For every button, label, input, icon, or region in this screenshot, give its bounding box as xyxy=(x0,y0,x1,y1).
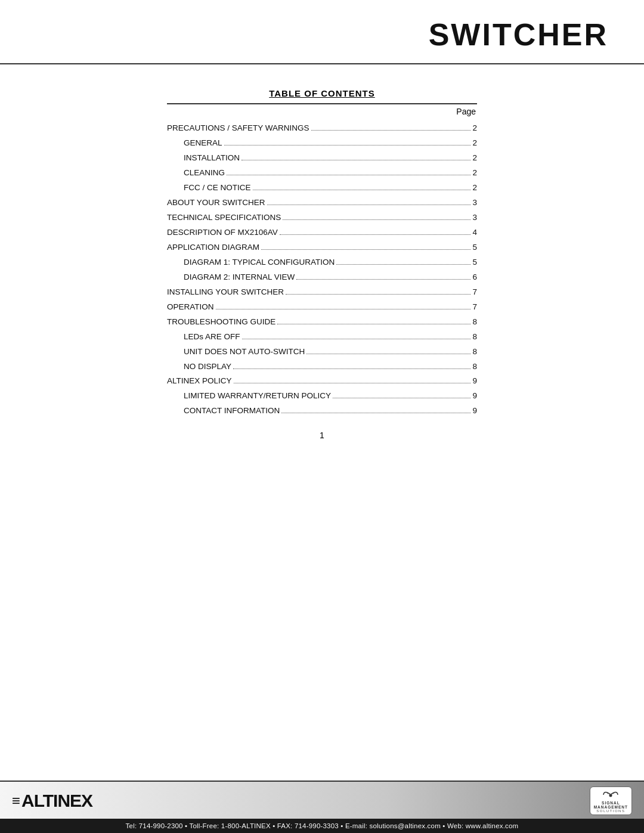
toc-dots xyxy=(306,354,470,354)
toc-item-text: INSTALLATION xyxy=(184,151,240,166)
logo-text: ALTINEX xyxy=(21,791,92,811)
toc-item: FCC / CE NOTICE2 xyxy=(167,181,477,196)
toc-dots xyxy=(296,279,470,280)
toc-item: APPLICATION DIAGRAM5 xyxy=(167,240,477,255)
main-content: TABLE OF CONTENTS Page PRECAUTIONS / SAF… xyxy=(0,64,644,781)
toc-item-text: ALTINEX POLICY xyxy=(167,374,232,389)
toc-page-num: 9 xyxy=(472,374,477,389)
toc-page-num: 5 xyxy=(472,255,477,270)
toc-item-text: APPLICATION DIAGRAM xyxy=(167,240,259,255)
toc-page-num: 2 xyxy=(472,151,477,166)
toc-item: DIAGRAM 1: TYPICAL CONFIGURATION5 xyxy=(167,255,477,270)
toc-items-container: PRECAUTIONS / SAFETY WARNINGS2GENERAL2IN… xyxy=(167,121,477,419)
toc-dots xyxy=(281,413,470,413)
altinex-logo: ≡ ALTINEX xyxy=(12,791,92,811)
toc-dots xyxy=(311,130,471,131)
toc-page-num: 8 xyxy=(472,345,477,360)
toc-page-num: 4 xyxy=(472,225,477,240)
toc-dots xyxy=(234,383,471,383)
footer: ≡ ALTINEX SIGNAL MANAGEMENT SOLUTIONS Te… xyxy=(0,781,644,833)
toc-item: OPERATION7 xyxy=(167,300,477,315)
toc-dots xyxy=(267,205,471,205)
toc-dots xyxy=(233,368,470,369)
toc-item: TROUBLESHOOTING GUIDE8 xyxy=(167,315,477,330)
toc-item-text: UNIT DOES NOT AUTO-SWITCH xyxy=(184,345,305,360)
toc-dots xyxy=(242,339,471,339)
toc-item-text: CLEANING xyxy=(184,166,225,181)
badge-label-solutions: SOLUTIONS xyxy=(596,809,625,813)
toc-item: NO DISPLAY8 xyxy=(167,360,477,374)
signal-management-badge: SIGNAL MANAGEMENT SOLUTIONS xyxy=(590,786,632,815)
toc-page-num: 8 xyxy=(472,360,477,374)
toc-page-num: 5 xyxy=(472,240,477,255)
toc-item-text: DIAGRAM 2: INTERNAL VIEW xyxy=(184,270,295,285)
toc-dots xyxy=(286,294,470,295)
footer-contact-bar: Tel: 714-990-2300 • Toll-Free: 1-800-ALT… xyxy=(0,819,644,833)
toc-item-text: TECHNICAL SPECIFICATIONS xyxy=(167,210,281,225)
toc-item-text: FCC / CE NOTICE xyxy=(184,181,251,196)
toc-item: CLEANING2 xyxy=(167,166,477,181)
toc-item-text: TROUBLESHOOTING GUIDE xyxy=(167,315,275,330)
toc-page-label: Page xyxy=(167,107,477,116)
toc-dots xyxy=(261,249,470,250)
toc-item-text: LEDs ARE OFF xyxy=(184,330,240,345)
toc-item-text: DIAGRAM 1: TYPICAL CONFIGURATION xyxy=(184,255,335,270)
toc-section: TABLE OF CONTENTS Page PRECAUTIONS / SAF… xyxy=(167,88,477,419)
badge-label-mgmt: MANAGEMENT xyxy=(594,805,628,809)
toc-page-num: 9 xyxy=(472,404,477,419)
toc-page-num: 2 xyxy=(472,181,477,196)
toc-item: LEDs ARE OFF8 xyxy=(167,330,477,345)
toc-dots xyxy=(227,175,470,175)
page-number: 1 xyxy=(320,431,324,440)
toc-item: LIMITED WARRANTY/RETURN POLICY9 xyxy=(167,389,477,404)
footer-logo-bar: ≡ ALTINEX SIGNAL MANAGEMENT SOLUTIONS xyxy=(0,782,644,819)
toc-dots xyxy=(336,264,470,265)
toc-item-text: GENERAL xyxy=(184,136,222,151)
toc-page-num: 7 xyxy=(472,300,477,315)
footer-contact-text: Tel: 714-990-2300 • Toll-Free: 1-800-ALT… xyxy=(126,822,519,829)
toc-dots xyxy=(253,190,471,190)
toc-page-num: 2 xyxy=(472,121,477,136)
toc-dots xyxy=(333,398,470,398)
toc-item-text: INSTALLING YOUR SWITCHER xyxy=(167,285,284,300)
svg-point-0 xyxy=(609,794,612,797)
toc-page-num: 2 xyxy=(472,136,477,151)
toc-page-num: 3 xyxy=(472,196,477,210)
toc-dots xyxy=(280,234,471,235)
toc-item: INSTALLATION2 xyxy=(167,151,477,166)
toc-item-text: PRECAUTIONS / SAFETY WARNINGS xyxy=(167,121,309,136)
toc-page-num: 8 xyxy=(472,330,477,345)
toc-dots xyxy=(224,145,471,145)
toc-page-num: 7 xyxy=(472,285,477,300)
toc-dots xyxy=(216,309,471,309)
toc-item-text: CONTACT INFORMATION xyxy=(184,404,280,419)
toc-item: CONTACT INFORMATION9 xyxy=(167,404,477,419)
signal-mgmt-icon xyxy=(602,789,619,801)
toc-item-text: DESCRIPTION OF MX2106AV xyxy=(167,225,278,240)
header-section: SWITCHER xyxy=(0,0,644,64)
toc-title: TABLE OF CONTENTS xyxy=(167,88,477,98)
toc-page-num: 6 xyxy=(472,270,477,285)
toc-item: TECHNICAL SPECIFICATIONS3 xyxy=(167,210,477,225)
logo-arrow-icon: ≡ xyxy=(12,792,20,809)
toc-page-num: 3 xyxy=(472,210,477,225)
toc-item: DIAGRAM 2: INTERNAL VIEW6 xyxy=(167,270,477,285)
toc-item: ALTINEX POLICY9 xyxy=(167,374,477,389)
toc-dots xyxy=(277,324,470,324)
toc-item: INSTALLING YOUR SWITCHER7 xyxy=(167,285,477,300)
toc-item-text: ABOUT YOUR SWITCHER xyxy=(167,196,265,210)
toc-dots xyxy=(283,219,470,220)
toc-item: UNIT DOES NOT AUTO-SWITCH8 xyxy=(167,345,477,360)
toc-item-text: NO DISPLAY xyxy=(184,360,231,374)
toc-page-num: 8 xyxy=(472,315,477,330)
toc-page-num: 2 xyxy=(472,166,477,181)
toc-divider xyxy=(167,103,477,104)
toc-item-text: OPERATION xyxy=(167,300,214,315)
toc-item: PRECAUTIONS / SAFETY WARNINGS2 xyxy=(167,121,477,136)
toc-item: DESCRIPTION OF MX2106AV4 xyxy=(167,225,477,240)
page-wrapper: SWITCHER TABLE OF CONTENTS Page PRECAUTI… xyxy=(0,0,644,833)
page-number-area: 1 xyxy=(60,419,584,446)
page-title: SWITCHER xyxy=(429,17,608,52)
toc-item: ABOUT YOUR SWITCHER3 xyxy=(167,196,477,210)
toc-dots xyxy=(242,160,470,160)
